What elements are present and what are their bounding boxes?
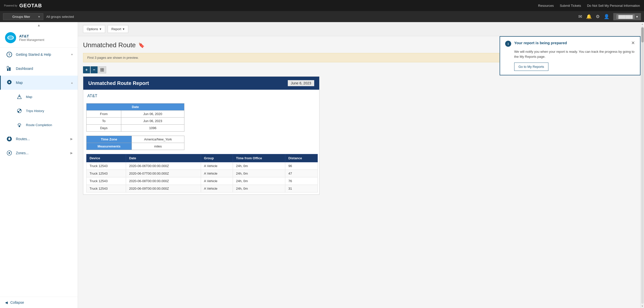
svg-point-10 — [9, 81, 10, 83]
svg-rect-26 — [102, 70, 104, 71]
preview-text: First 3 pages are shown in preview. — [87, 56, 139, 60]
svg-rect-25 — [101, 70, 102, 71]
cell-device: Truck 12543 — [87, 170, 126, 177]
report-wrapper: i Your report is being prepared ✕ We wil… — [78, 36, 640, 308]
dashboard-icon — [6, 65, 13, 72]
sidebar-item-map-parent[interactable]: Map ▴ — [0, 76, 78, 90]
svg-line-16 — [18, 110, 20, 112]
cell-distance: 96 — [285, 162, 318, 170]
zoom-out-button[interactable]: − — [91, 66, 98, 73]
col-time: Time from Office — [233, 154, 285, 162]
zoom-fit-button[interactable] — [98, 66, 106, 73]
svg-point-17 — [19, 126, 20, 127]
table-row: Truck 125432020-06-07T00:00:00.000ZA Veh… — [87, 170, 318, 177]
date-days-value: 1096 — [121, 125, 184, 132]
cell-distance: 47 — [285, 170, 318, 177]
sidebar-item-dashboard[interactable]: Dashboard — [0, 62, 78, 76]
notification-close-button[interactable]: ✕ — [631, 41, 635, 45]
collapse-button[interactable]: ◀ Collapse — [0, 297, 78, 308]
sidebar: ▲ AT&T Fleet Management — [0, 22, 78, 308]
cell-date: 2020-06-07T00:00:00.000Z — [126, 170, 201, 177]
user-icon-button[interactable]: 👤 — [604, 14, 609, 19]
cell-date: 2020-06-06T00:00:00.000Z — [126, 162, 201, 170]
sidebar-scroll-up[interactable]: ▲ — [0, 22, 78, 28]
right-scrollbar[interactable]: ▲ ▼ — [640, 22, 644, 308]
notification-info-icon: i — [505, 41, 511, 47]
cell-distance: 31 — [285, 185, 318, 192]
sidebar-item-getting-started[interactable]: ? Getting Started & Help ▾ — [0, 47, 78, 62]
report-doc-header: Unmatched Route Report June 6, 2023 — [83, 77, 319, 90]
cell-device: Truck 12543 — [87, 162, 126, 170]
measurements-value: miles — [132, 143, 184, 150]
sidebar-item-zones[interactable]: Zones... ▶ — [0, 146, 78, 160]
brand-name: GEOTAB — [19, 3, 42, 9]
date-from-label: From — [87, 111, 121, 118]
svg-point-22 — [9, 152, 10, 154]
cell-device: Truck 12543 — [87, 185, 126, 192]
gear-icon-button[interactable]: ⚙ — [596, 14, 600, 19]
route-completion-label: Route Completion — [26, 123, 73, 127]
groups-filter-label: Groups filter — [6, 15, 36, 19]
scrollbar-track — [641, 26, 644, 304]
map-sub-icon — [16, 93, 23, 100]
route-completion-icon — [16, 121, 23, 128]
report-title: Unmatched Route — [83, 41, 136, 49]
options-button[interactable]: Options ▾ — [83, 25, 105, 33]
resources-link[interactable]: Resources — [538, 4, 554, 8]
cell-device: Truck 12543 — [87, 177, 126, 185]
go-to-my-reports-button[interactable]: Go to My Reports — [514, 63, 548, 71]
cell-distance: 76 — [285, 177, 318, 185]
date-from-value: Jun 06, 2020 — [121, 111, 184, 118]
sidebar-item-trips-history[interactable]: Trips History — [0, 104, 78, 118]
zoom-fit-icon — [100, 68, 104, 72]
info-table: Time Zone America/New_York Measurements … — [86, 136, 184, 150]
mail-icon-button[interactable]: ✉ — [578, 14, 582, 19]
notification-body: We will notify you when your report is r… — [514, 49, 635, 59]
table-row: Truck 125432020-06-06T00:00:00.000ZA Veh… — [87, 162, 318, 170]
report-button[interactable]: Report ▾ — [108, 25, 128, 33]
groups-filter-arrow-icon: ▾ — [38, 15, 40, 19]
collapse-arrow-icon: ◀ — [5, 300, 8, 304]
date-to-label: To — [87, 118, 121, 125]
map-parent-icon — [6, 79, 13, 86]
company-subtitle: Fleet Management — [19, 38, 44, 42]
zoom-in-button[interactable]: + — [83, 66, 90, 73]
user-dropdown-button[interactable]: ▓▓▓▓▓▓ ▾ — [613, 13, 641, 20]
cell-time: 24h, 0m — [233, 170, 285, 177]
report-heading-date: June 6, 2023 — [288, 80, 314, 86]
report-document: Unmatched Route Report June 6, 2023 AT&T… — [83, 76, 319, 195]
cell-date: 2020-06-09T00:00:00.000Z — [126, 185, 201, 192]
user-dropdown-arrow-icon: ▾ — [636, 15, 638, 19]
table-row: Truck 125432020-06-08T00:00:00.000ZA Veh… — [87, 177, 318, 185]
date-days-label: Days — [87, 125, 121, 132]
col-device: Device — [87, 154, 126, 162]
bell-icon-button[interactable]: 🔔 — [586, 14, 592, 19]
collapse-label: Collapse — [10, 300, 24, 304]
scroll-up-arrow[interactable]: ▲ — [641, 22, 644, 26]
groups-filter-button[interactable]: Groups filter ▾ — [3, 13, 43, 20]
map-parent-label: Map — [16, 81, 71, 85]
scroll-down-arrow[interactable]: ▼ — [641, 304, 644, 308]
sidebar-item-map-sub[interactable]: Map — [0, 90, 78, 104]
cell-time: 24h, 0m — [233, 185, 285, 192]
second-bar: Groups filter ▾ All groups selected ✉ 🔔 … — [0, 11, 644, 22]
do-not-sell-link[interactable]: Do Not Sell My Personal Information — [587, 4, 640, 8]
svg-rect-23 — [101, 68, 102, 70]
sidebar-item-route-completion[interactable]: Route Completion — [0, 118, 78, 132]
measurements-label: Measurements — [87, 143, 132, 150]
company-name: AT&T — [19, 34, 44, 38]
notification-header: i Your report is being prepared ✕ — [505, 41, 635, 47]
bookmark-icon[interactable]: 🔖 — [138, 42, 145, 48]
getting-started-arrow-icon: ▾ — [71, 53, 73, 56]
report-heading: Unmatched Route Report — [88, 80, 149, 86]
zones-label: Zones... — [16, 151, 70, 155]
report-arrow-icon: ▾ — [123, 27, 125, 31]
sidebar-scroll: ? Getting Started & Help ▾ Dashboard — [0, 47, 78, 297]
timezone-value: America/New_York — [132, 136, 184, 143]
svg-rect-24 — [102, 68, 104, 70]
notification-banner: i Your report is being prepared ✕ We wil… — [500, 36, 640, 75]
submit-tickets-link[interactable]: Submit Tickets — [560, 4, 581, 8]
options-arrow-icon: ▾ — [100, 27, 101, 31]
sidebar-item-routes[interactable]: Routes... ▶ — [0, 132, 78, 146]
scrollbar-thumb — [641, 27, 644, 42]
